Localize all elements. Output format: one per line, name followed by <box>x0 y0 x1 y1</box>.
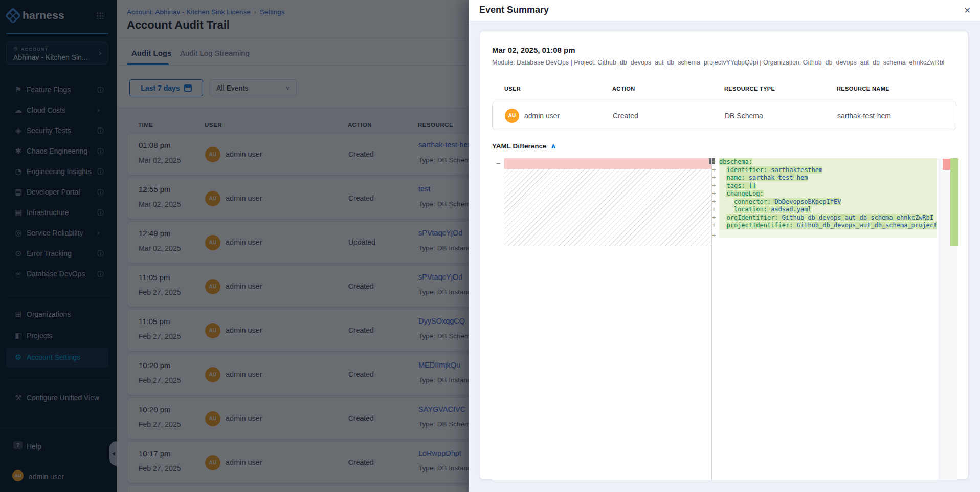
added-line-marker: + <box>712 198 719 206</box>
added-line-marker: + <box>712 158 719 166</box>
added-line-marker: + <box>712 182 719 190</box>
diff-added-line: + changeLog: <box>712 190 937 198</box>
added-line-marker: + <box>712 206 719 214</box>
event-resource-type: DB Schema <box>725 112 763 120</box>
drawer-header: Event Summary ✕ <box>469 0 980 22</box>
diff-added-line: + projectIdentifier: Github_db_devops_au… <box>712 222 937 230</box>
diff-added-line: + tags: [] <box>712 182 937 190</box>
diff-old-pane <box>504 158 711 480</box>
yaml-difference-label: YAML Difference <box>492 142 547 150</box>
event-action: Created <box>613 112 638 120</box>
column-header-resource-type: RESOURCE TYPE <box>724 85 775 92</box>
diff-added-line: +dbschema: <box>712 158 937 166</box>
avatar: AU <box>505 109 519 123</box>
column-header-user: USER <box>504 85 521 92</box>
event-timestamp: Mar 02, 2025, 01:08 pm <box>492 46 575 54</box>
yaml-difference-toggle[interactable]: YAML Difference∧ <box>492 142 556 150</box>
diff-added-line: + identifier: sarthaktesthem <box>712 166 937 175</box>
overview-removed-mark <box>943 159 950 170</box>
diff-added-line-empty: + <box>712 230 937 238</box>
added-line-marker: + <box>712 232 719 238</box>
removed-line-marker: − <box>492 158 504 169</box>
diff-added-line: + location: asdsad.yaml <box>712 206 937 214</box>
added-line-marker: + <box>712 222 719 230</box>
drawer-title: Event Summary <box>479 5 549 15</box>
overview-added-mark <box>950 158 958 246</box>
chevron-up-icon: ∧ <box>551 142 556 150</box>
event-summary-drawer: Event Summary ✕ Mar 02, 2025, 01:08 pm M… <box>469 0 980 492</box>
column-header-action: ACTION <box>612 85 635 92</box>
event-meta: Module: Database DevOps | Project: Githu… <box>492 59 957 66</box>
event-row: AU admin user Created DB Schema sarthak-… <box>492 101 956 130</box>
event-user: admin user <box>524 112 560 120</box>
diff-added-line: + orgIdentifier: Github_db_devops_aut_db… <box>712 214 937 222</box>
diff-added-line: + name: sarthak-test-hem <box>712 174 937 182</box>
diff-overview-ruler[interactable] <box>938 158 957 480</box>
diff-new-pane: +dbschema:+ identifier: sarthaktesthem+ … <box>712 158 937 480</box>
yaml-diff-viewer: − +dbschema:+ identifier: sarthaktesthem… <box>492 158 957 480</box>
diff-added-line: + connector: DbDevopsoBKpcpIfEV <box>712 198 937 206</box>
modal-backdrop[interactable] <box>0 0 469 492</box>
diff-empty-hatch <box>504 169 711 246</box>
column-header-resource-name: RESOURCE NAME <box>837 85 889 92</box>
added-line-marker: + <box>712 214 719 222</box>
removed-line <box>504 158 711 169</box>
added-line-marker: + <box>712 190 719 198</box>
event-summary-card: Mar 02, 2025, 01:08 pm Module: Database … <box>479 31 968 480</box>
close-icon[interactable]: ✕ <box>964 6 971 15</box>
event-resource-name: sarthak-test-hem <box>837 112 891 120</box>
added-line-marker: + <box>712 166 719 175</box>
added-line-marker: + <box>712 174 719 182</box>
